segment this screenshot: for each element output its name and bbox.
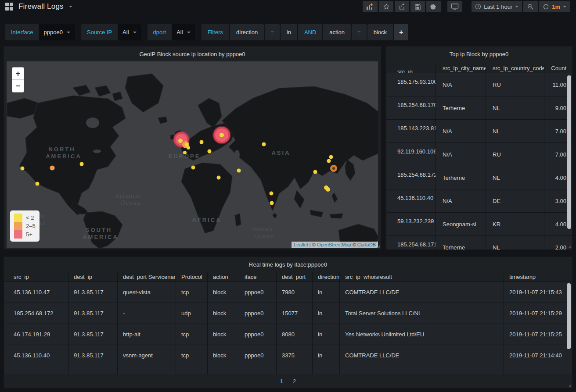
table-cell: 91.3.85.117: [68, 282, 118, 303]
map-marker-dot: [313, 170, 317, 174]
table-cell: in: [313, 303, 340, 324]
column-header-src_ip[interactable]: src_ip: [4, 272, 68, 282]
variable-value-dropdown[interactable]: All: [118, 24, 141, 40]
column-header-action[interactable]: action: [208, 272, 239, 282]
add-filter-button[interactable]: +: [394, 24, 408, 40]
column-header-timestamp[interactable]: timestamp: [504, 272, 572, 282]
attribution-link[interactable]: CartoDB: [357, 242, 376, 247]
refresh-icon: [543, 4, 549, 10]
scrollbar-thumb[interactable]: [567, 75, 571, 229]
table-cell: 91.3.85.117: [68, 324, 118, 345]
table-cell: 185.254.68.172: [386, 166, 436, 189]
filter-chip-key[interactable]: direction: [230, 24, 264, 40]
column-header-dest_ip[interactable]: dest_ip: [68, 272, 118, 282]
panel-title[interactable]: Real time logs by iface:pppoe0: [4, 257, 572, 272]
clock-icon: [475, 4, 481, 10]
map-marker-dot: [183, 151, 187, 154]
table-cell: in: [313, 366, 340, 374]
panel-title[interactable]: Top ip Block by pppoe0: [386, 46, 572, 61]
chevron-down-icon: [133, 32, 137, 33]
column-header-Count[interactable]: Count: [544, 63, 572, 73]
map-marker-ring: [330, 165, 337, 172]
save-icon: [414, 4, 421, 10]
variable-value-dropdown[interactable]: All: [172, 24, 195, 40]
panel-resize-handle[interactable]: [568, 384, 571, 387]
filter-chip-join[interactable]: AND: [298, 24, 322, 40]
legend-swatch: [14, 230, 22, 239]
column-header-Protocol[interactable]: Protocol: [176, 272, 208, 282]
time-range-button[interactable]: Last 1 hour: [472, 1, 522, 12]
table-cell: 20002: [277, 366, 313, 374]
attribution-link[interactable]: Leaflet: [294, 242, 308, 247]
chevron-down-icon: [187, 32, 191, 33]
table-cell: pppoe0: [239, 324, 277, 345]
column-header-direction[interactable]: direction: [313, 272, 340, 282]
settings-button[interactable]: [426, 1, 441, 12]
share-button[interactable]: [395, 1, 409, 12]
map-marker-dot: [208, 150, 212, 153]
save-button[interactable]: [410, 1, 425, 12]
map-zoom-out-button[interactable]: −: [12, 80, 24, 92]
table-cell: 2019-11-07 21:15:29: [504, 303, 572, 324]
column-header-dest_port[interactable]: dest_port: [277, 272, 313, 282]
column-header-dest_port-Servicename[interactable]: dest_port Servicename: [118, 272, 176, 282]
page-link-2[interactable]: 2: [293, 378, 296, 385]
table-row: 185.175.93.100N/ARU11.00: [386, 73, 572, 96]
variable-interface: Interfacepppoe0: [5, 24, 75, 40]
table-cell: block: [208, 366, 239, 374]
variable-label: dport: [148, 24, 172, 40]
column-header-iface[interactable]: iface: [239, 272, 277, 282]
map-marker-dot: [217, 176, 221, 180]
filter-chip-value[interactable]: block: [367, 24, 393, 40]
table-cell: tcp: [176, 366, 208, 374]
tv-mode-button[interactable]: [447, 1, 462, 12]
panel-resize-handle[interactable]: [568, 245, 571, 248]
table-cell: block: [208, 303, 239, 324]
map-marker-dot: [270, 201, 274, 205]
column-header-src_ip_country_code[interactable]: src_ip_country_code: [486, 63, 544, 73]
column-header-src_ip[interactable]: src_ip: [386, 63, 436, 73]
table-cell: quest-vista: [118, 282, 176, 303]
filter-chip-key[interactable]: action: [323, 24, 351, 40]
dashboard-submenu: Interfacepppoe0Source IPAlldportAll Filt…: [5, 24, 408, 40]
table-row: 91.3.85.117commtact-httptcpblockpppoe020…: [4, 366, 572, 374]
table-cell: [4, 366, 68, 374]
dashboard-grid-icon[interactable]: [5, 3, 13, 11]
table-cell: in: [313, 282, 340, 303]
map-marker-dot: [50, 166, 55, 171]
table-cell: tcp: [176, 282, 208, 303]
variable-selectors: Interfacepppoe0Source IPAlldportAll: [5, 24, 195, 40]
refresh-button[interactable]: 1m: [539, 1, 570, 12]
table-row: 45.136.110.4091.3.85.117vsnm-agenttcpblo…: [4, 345, 572, 366]
table-row: 185.143.223.81N/ANL7.00: [386, 120, 572, 143]
table-cell: Yes Networks Unlimited Ltd/EU: [340, 324, 504, 345]
attribution-link[interactable]: OpenStreetMap: [317, 242, 351, 247]
variable-value-dropdown[interactable]: pppoe0: [39, 24, 75, 40]
table-row: 185.254.68.17291.3.85.117-udpblockpppoe0…: [4, 303, 572, 324]
geoip-map[interactable]: NORTHAMERICAEUROPEASIAAFRICASOUTHAMERICA…: [7, 61, 378, 248]
dashboard-title[interactable]: Firewall Logs: [18, 2, 64, 11]
refresh-interval-label: 1m: [552, 4, 560, 10]
scrollbar-thumb[interactable]: [567, 283, 571, 349]
legend-label: 5+: [26, 231, 32, 238]
panel-title[interactable]: GeoIP Block source ip location by pppoe0: [4, 46, 381, 61]
column-header-src_ip_city_name[interactable]: src_ip_city_name: [436, 63, 486, 73]
filter-chip-op[interactable]: =: [352, 24, 367, 40]
add-panel-button[interactable]: [363, 1, 378, 12]
geoip-map-panel: GeoIP Block source ip location by pppoe0: [4, 46, 381, 249]
filter-chip-value[interactable]: in: [281, 24, 297, 40]
map-zoom-control: + −: [12, 67, 24, 93]
column-header-src_ip_whoisresult[interactable]: src_ip_whoisresult: [340, 272, 504, 282]
table-cell: N/A: [436, 120, 486, 143]
page-link-1[interactable]: 1: [280, 378, 283, 385]
map-zoom-in-button[interactable]: +: [12, 68, 24, 80]
table-cell: KR: [486, 213, 544, 235]
share-icon: [399, 3, 406, 10]
table-cell: RU: [486, 73, 544, 96]
panel-resize-handle[interactable]: [377, 245, 380, 248]
zoom-out-time-button[interactable]: [523, 1, 538, 12]
filter-chip-op[interactable]: =: [265, 24, 280, 40]
star-button[interactable]: [379, 1, 393, 12]
map-marker-cluster: [213, 127, 230, 143]
legend-label: < 2: [26, 214, 34, 221]
